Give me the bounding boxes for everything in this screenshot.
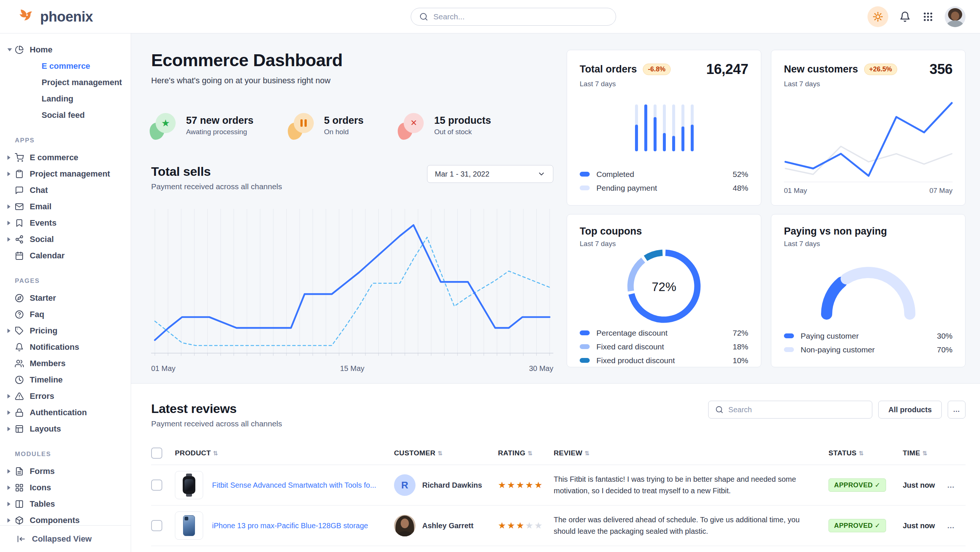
- sidebar-item-chat[interactable]: Chat: [0, 182, 131, 198]
- sidebar-item-members[interactable]: Members: [0, 355, 131, 372]
- row-checkbox[interactable]: [151, 520, 162, 531]
- column-header-rating[interactable]: RATING⇅: [498, 443, 554, 465]
- sidebar-item-label: Chat: [30, 185, 48, 195]
- column-header-customer[interactable]: CUSTOMER⇅: [394, 443, 498, 465]
- legend-item: Percentage discount72%: [580, 326, 748, 340]
- sidebar-section-header: PAGES: [0, 277, 131, 285]
- caret-right-icon: [8, 410, 10, 415]
- sidebar-item-label: Timeline: [30, 375, 63, 385]
- theme-toggle-button[interactable]: [867, 6, 888, 27]
- sun-icon: [872, 11, 883, 22]
- date-range-select[interactable]: Mar 1 - 31, 2022: [427, 165, 553, 183]
- card-title: New customers: [784, 64, 858, 75]
- brand-logo[interactable]: phoenix: [17, 8, 93, 26]
- iphone-camera: [185, 517, 188, 520]
- legend-swatch: [580, 185, 590, 190]
- global-search-input[interactable]: [433, 12, 608, 21]
- row-checkbox[interactable]: [151, 480, 162, 491]
- x-tick: 15 May: [340, 364, 365, 373]
- search-icon: [715, 405, 723, 414]
- sidebar-item-project-management[interactable]: Project management: [0, 166, 131, 182]
- caret-right-icon: [8, 394, 10, 399]
- donut-center-label: 72%: [626, 248, 702, 326]
- sidebar-item-calendar[interactable]: Calendar: [0, 247, 131, 264]
- sidebar-item-icons[interactable]: Icons: [0, 480, 131, 496]
- sidebar-item-e-commerce[interactable]: E commerce: [0, 58, 131, 74]
- column-header-status[interactable]: STATUS⇅: [829, 443, 903, 465]
- column-header-time[interactable]: TIME⇅: [903, 443, 947, 465]
- legend-item: Fixed card discount18%: [580, 340, 748, 354]
- sidebar-item-authentication[interactable]: Authentication: [0, 404, 131, 421]
- sidebar-item-e-commerce[interactable]: E commerce: [0, 150, 131, 166]
- mail-icon: [15, 202, 24, 211]
- x-tick: 01 May: [151, 364, 176, 373]
- legend-value: 52%: [733, 170, 748, 179]
- paying-gauge-svg: [813, 257, 924, 321]
- sidebar-item-notifications[interactable]: Notifications: [0, 339, 131, 355]
- user-avatar[interactable]: [945, 6, 966, 27]
- sidebar-item-landing[interactable]: Landing: [0, 91, 131, 107]
- collapse-view-button[interactable]: Collapsed View: [0, 525, 131, 552]
- notifications-button[interactable]: [899, 6, 911, 27]
- caret-right-icon: [8, 221, 10, 225]
- orders-legend: Completed52%Pending payment48%: [580, 167, 748, 195]
- product-link[interactable]: Fitbit Sense Advanced Smartwatch with To…: [212, 480, 376, 490]
- sidebar-item-label: Home: [30, 45, 52, 55]
- sidebar-item-home[interactable]: Home: [0, 41, 131, 58]
- page-subtitle: Here's what's going on at your business …: [151, 75, 553, 86]
- sidebar-item-layouts[interactable]: Layouts: [0, 421, 131, 437]
- caret-right-icon: [8, 237, 10, 242]
- sidebar-item-social-feed[interactable]: Social feed: [0, 107, 131, 123]
- bell-icon: [15, 343, 24, 352]
- status-badge: APPROVED ✓: [829, 519, 886, 532]
- message-square-icon: [15, 186, 24, 195]
- sidebar-item-events[interactable]: Events: [0, 215, 131, 231]
- all-products-button[interactable]: All products: [878, 401, 942, 418]
- apps-menu-button[interactable]: [922, 6, 934, 27]
- sidebar-item-forms[interactable]: Forms: [0, 463, 131, 480]
- stat-label: On hold: [324, 127, 364, 137]
- sidebar-item-project-management[interactable]: Project management: [0, 74, 131, 91]
- column-header-product[interactable]: PRODUCT⇅: [175, 443, 394, 465]
- legend-label: Fixed card discount: [597, 342, 664, 351]
- total-sells-chart-svg: [151, 204, 553, 360]
- stat-value: 5 orders: [324, 114, 364, 127]
- card-value: 16,247: [706, 61, 748, 77]
- column-header-label: STATUS: [829, 449, 857, 457]
- row-more-button[interactable]: ...: [947, 522, 955, 530]
- stat-icon-green: ★: [151, 113, 176, 137]
- product-link[interactable]: iPhone 13 pro max-Pacific Blue-128GB sto…: [212, 520, 368, 531]
- sidebar-item-timeline[interactable]: Timeline: [0, 372, 131, 388]
- sidebar-item-errors[interactable]: Errors: [0, 388, 131, 404]
- total-sells-x-axis: 01 May 15 May 30 May: [151, 364, 553, 375]
- sidebar-item-email[interactable]: Email: [0, 198, 131, 215]
- stat-text: 15 productsOut of stock: [434, 114, 491, 137]
- legend-value: 70%: [937, 345, 953, 354]
- sidebar-item-pricing[interactable]: Pricing: [0, 323, 131, 339]
- sidebar-nav: HomeE commerceProject managementLandingS…: [0, 34, 131, 525]
- sidebar-item-faq[interactable]: Faq: [0, 306, 131, 323]
- caret-down-icon: [8, 48, 12, 51]
- dashboard-top: Ecommerce Dashboard Here's what's going …: [131, 34, 980, 383]
- column-header-review[interactable]: REVIEW⇅: [554, 443, 829, 465]
- select-all-checkbox[interactable]: [151, 448, 162, 459]
- more-options-button[interactable]: ...: [948, 401, 966, 418]
- sidebar-item-starter[interactable]: Starter: [0, 290, 131, 306]
- alert-triangle-icon: [15, 392, 24, 401]
- sidebar-item-tables[interactable]: Tables: [0, 496, 131, 512]
- customer-cell: Ashley Garrett: [394, 515, 498, 536]
- sidebar-item-social[interactable]: Social: [0, 231, 131, 247]
- sidebar-item-components[interactable]: Components: [0, 512, 131, 525]
- product-image: [175, 471, 203, 499]
- global-search[interactable]: [411, 8, 616, 26]
- legend-swatch: [784, 333, 794, 338]
- top-navbar: phoenix: [0, 0, 980, 34]
- reviews-search-input[interactable]: [728, 405, 865, 414]
- x-tick: 07 May: [929, 187, 953, 195]
- customer-name: Richard Dawkins: [422, 481, 482, 490]
- paying-legend: Paying customer30%Non-paying customer70%: [784, 329, 953, 356]
- reviews-search[interactable]: [708, 401, 872, 418]
- row-more-button[interactable]: ...: [947, 481, 955, 489]
- paying-card: Paying vs non paying Last 7 days Paying …: [771, 214, 966, 367]
- legend-value: 72%: [733, 329, 748, 338]
